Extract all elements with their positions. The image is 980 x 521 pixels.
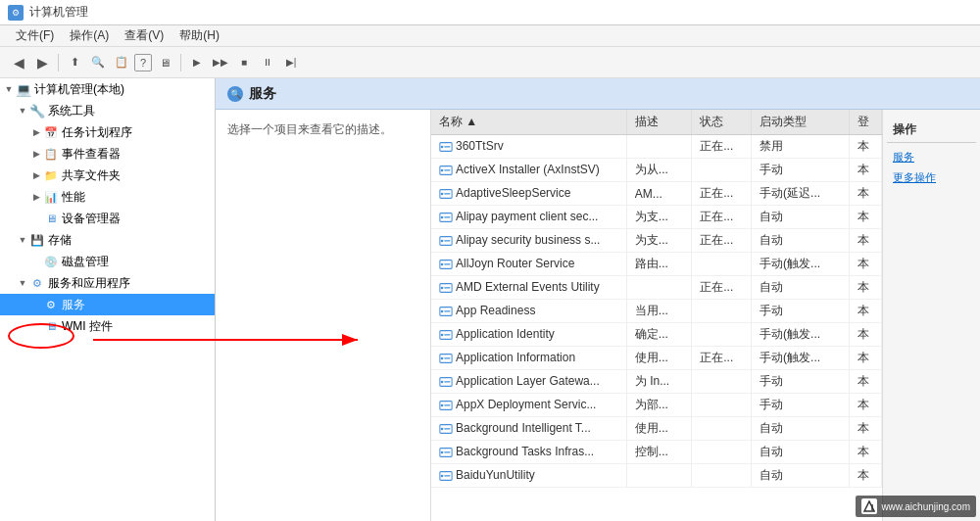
- services-label: 服务: [62, 297, 85, 313]
- sidebar-item-root[interactable]: ▼ 💻 计算机管理(本地): [0, 78, 215, 100]
- col-status[interactable]: 状态: [692, 110, 752, 135]
- svg-point-28: [441, 357, 444, 360]
- cell-logon: 本: [849, 229, 881, 253]
- col-startup[interactable]: 启动类型: [752, 110, 850, 135]
- expand-services-apps[interactable]: ▼: [16, 278, 29, 288]
- table-row[interactable]: 360TtSrv正在...禁用本: [431, 135, 882, 159]
- play-button[interactable]: ▶: [186, 52, 208, 73]
- scheduler-icon: 📅: [43, 126, 59, 139]
- table-row[interactable]: App Readiness当用...手动本: [431, 300, 882, 323]
- expand-eventviewer[interactable]: ▶: [29, 149, 43, 159]
- back-button[interactable]: ◀: [8, 52, 29, 73]
- sidebar-item-services-apps[interactable]: ▼ ⚙ 服务和应用程序: [0, 272, 215, 294]
- content-header: 🔍 服务: [216, 78, 980, 110]
- expand-tools[interactable]: ▼: [16, 106, 29, 116]
- list-button[interactable]: 📋: [111, 52, 132, 73]
- search-button[interactable]: 🔍: [87, 52, 109, 73]
- sidebar-item-storage[interactable]: ▼ 💾 存储: [0, 229, 215, 251]
- step-button[interactable]: ▶▶: [210, 52, 231, 73]
- table-row[interactable]: Alipay security business s...为支...正在...自…: [431, 229, 882, 253]
- pause-button[interactable]: ⏸: [257, 52, 278, 73]
- stop-button[interactable]: ■: [233, 52, 255, 73]
- expand-sharedfolders[interactable]: ▶: [29, 170, 43, 180]
- expand-scheduler[interactable]: ▶: [29, 127, 43, 137]
- sidebar-item-eventviewer[interactable]: ▶ 📋 事件查看器: [0, 143, 215, 165]
- menu-action[interactable]: 操作(A): [62, 25, 117, 46]
- expand-performance[interactable]: ▶: [29, 192, 43, 202]
- table-row[interactable]: BaiduYunUtility自动本: [431, 464, 882, 488]
- app-title: 计算机管理: [29, 4, 88, 21]
- table-row[interactable]: Background Tasks Infras...控制...自动本: [431, 441, 882, 464]
- table-row[interactable]: AllJoyn Router Service路由...手动(触发...本: [431, 253, 882, 276]
- cell-name: Background Intelligent T...: [431, 417, 626, 441]
- cell-desc: AM...: [626, 182, 691, 206]
- forward-button[interactable]: ▶: [31, 52, 53, 73]
- table-header: 名称 ▲ 描述 状态 启动类型 登: [431, 110, 882, 135]
- actions-panel: 操作 服务 更多操作: [882, 110, 980, 521]
- table-row[interactable]: Application Information使用...正在...手动(触发..…: [431, 347, 882, 370]
- sidebar-item-devmgr[interactable]: ▶ 🖥 设备管理器: [0, 208, 215, 229]
- svg-point-22: [441, 310, 444, 313]
- content-body: 选择一个项目来查看它的描述。 名称 ▲ 描述 状态 启动类型 登: [216, 110, 980, 521]
- cell-status: [692, 370, 752, 394]
- table-row[interactable]: AppX Deployment Servic...为部...手动本: [431, 394, 882, 417]
- svg-point-13: [441, 240, 444, 243]
- cell-desc: 确定...: [626, 323, 691, 347]
- cell-name: BaiduYunUtility: [431, 464, 626, 488]
- properties-button[interactable]: 🖥: [154, 52, 175, 73]
- table-row[interactable]: Background Intelligent T...使用...自动本: [431, 417, 882, 441]
- sharedfolders-icon: 📁: [43, 169, 59, 182]
- cell-status: [692, 394, 752, 417]
- cell-desc: 使用...: [626, 347, 691, 370]
- expand-storage[interactable]: ▼: [16, 235, 29, 245]
- up-button[interactable]: ⬆: [64, 52, 85, 73]
- sidebar-item-sharedfolders[interactable]: ▶ 📁 共享文件夹: [0, 165, 215, 186]
- col-name[interactable]: 名称 ▲: [431, 110, 626, 135]
- table-row[interactable]: ActiveX Installer (AxInstSV)为从...手动本: [431, 159, 882, 182]
- svg-rect-2: [444, 146, 450, 147]
- table-row[interactable]: Alipay payment client sec...为支...正在...自动…: [431, 206, 882, 229]
- cell-name: AMD External Events Utility: [431, 276, 626, 300]
- menu-file[interactable]: 文件(F): [8, 25, 62, 46]
- svg-point-43: [441, 475, 444, 478]
- services-panel[interactable]: 名称 ▲ 描述 状态 启动类型 登 360TtSrv正在...禁用本Active…: [431, 110, 882, 521]
- action-more[interactable]: 更多操作: [887, 167, 976, 188]
- sidebar-item-diskmgr[interactable]: ▶ 💿 磁盘管理: [0, 251, 215, 272]
- table-row[interactable]: Application Identity确定...手动(触发...本: [431, 323, 882, 347]
- help-button[interactable]: ?: [134, 54, 152, 71]
- table-row[interactable]: AMD External Events Utility正在...自动本: [431, 276, 882, 300]
- cell-startup: 自动: [752, 441, 850, 464]
- table-row[interactable]: AdaptiveSleepServiceAM...正在...手动(延迟...本: [431, 182, 882, 206]
- resume-button[interactable]: ▶|: [280, 52, 302, 73]
- sidebar-item-wmi[interactable]: ▶ 🖥 WMI 控件: [0, 315, 215, 337]
- services-icon: ⚙: [43, 299, 59, 311]
- storage-label: 存储: [48, 232, 72, 249]
- cell-startup: 禁用: [752, 135, 850, 159]
- expand-root[interactable]: ▼: [2, 84, 16, 94]
- svg-point-4: [441, 169, 444, 172]
- cell-name: AdaptiveSleepService: [431, 182, 626, 206]
- cell-desc: 为从...: [626, 159, 691, 182]
- svg-point-31: [441, 381, 444, 384]
- action-service[interactable]: 服务: [887, 147, 976, 167]
- tools-label: 系统工具: [48, 103, 95, 119]
- col-desc[interactable]: 描述: [626, 110, 691, 135]
- cell-desc: [626, 135, 691, 159]
- cell-startup: 自动: [752, 276, 850, 300]
- col-logon[interactable]: 登: [849, 110, 881, 135]
- svg-point-7: [441, 193, 444, 196]
- svg-rect-14: [444, 240, 450, 241]
- cell-name: Alipay security business s...: [431, 229, 626, 253]
- svg-rect-35: [444, 404, 450, 405]
- table-row[interactable]: Application Layer Gatewa...为 In...手动本: [431, 370, 882, 394]
- sidebar-item-performance[interactable]: ▶ 📊 性能: [0, 186, 215, 208]
- sidebar-item-services[interactable]: ▶ ⚙ 服务: [0, 294, 215, 315]
- sidebar-item-scheduler[interactable]: ▶ 📅 任务计划程序: [0, 121, 215, 143]
- svg-rect-41: [444, 451, 450, 452]
- sidebar-item-tools[interactable]: ▼ 🔧 系统工具: [0, 100, 215, 121]
- cell-status: 正在...: [692, 276, 752, 300]
- menu-help[interactable]: 帮助(H): [172, 25, 227, 46]
- cell-status: [692, 300, 752, 323]
- menu-view[interactable]: 查看(V): [117, 25, 172, 46]
- cell-name: Application Layer Gatewa...: [431, 370, 626, 394]
